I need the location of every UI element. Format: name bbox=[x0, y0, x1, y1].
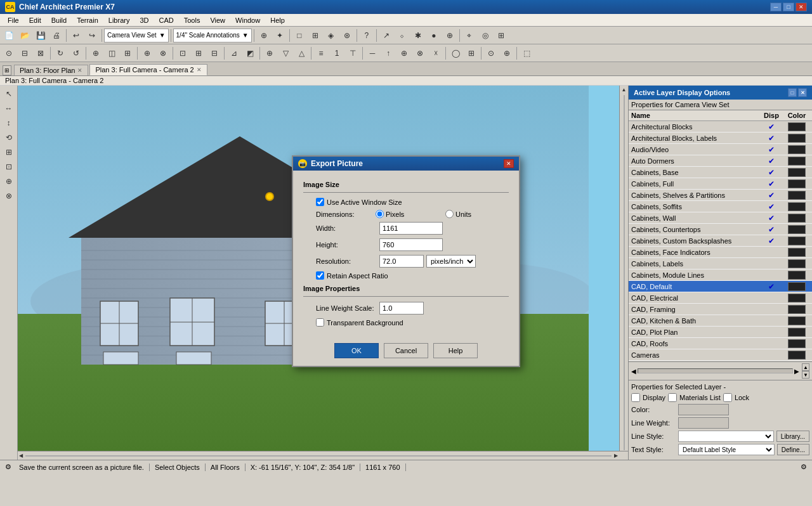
canvas-scrollbar-right[interactable]: ▲ ▼ bbox=[619, 86, 628, 460]
layer-row[interactable]: CAD, Electrical bbox=[629, 292, 812, 304]
t2-btn-2[interactable]: ⊟ bbox=[17, 46, 32, 61]
t2-btn-9[interactable]: ⊕ bbox=[140, 46, 155, 61]
layer-row[interactable]: Cabinets, Custom Backsplashes ✔ bbox=[629, 235, 812, 247]
panel-icon[interactable]: ⊞ bbox=[3, 65, 11, 75]
use-active-window-checkbox[interactable] bbox=[316, 198, 324, 206]
gear-icon-left[interactable]: ⚙ bbox=[5, 463, 11, 471]
scroll-track-horizontal[interactable] bbox=[25, 455, 612, 457]
maximize-button[interactable]: □ bbox=[783, 3, 794, 11]
t2-btn-26[interactable]: ☓ bbox=[428, 46, 443, 61]
layer-scroll-right[interactable]: ▶ bbox=[794, 368, 799, 375]
transparent-bg-checkbox[interactable] bbox=[316, 318, 324, 327]
tb-btn-2[interactable]: ✦ bbox=[272, 28, 287, 43]
t2-btn-14[interactable]: ⊿ bbox=[226, 46, 242, 61]
tb-btn-10[interactable]: ✱ bbox=[410, 28, 426, 43]
menu-help[interactable]: Help bbox=[265, 15, 290, 25]
help-button[interactable]: Help bbox=[433, 343, 478, 358]
tb-btn-7[interactable]: ? bbox=[359, 28, 374, 43]
layer-row[interactable]: Cabinets, Labels bbox=[629, 258, 812, 269]
line-style-select[interactable] bbox=[678, 431, 774, 442]
resolution-input[interactable] bbox=[379, 255, 424, 268]
t2-btn-5[interactable]: ↺ bbox=[69, 46, 84, 61]
resolution-unit-select[interactable]: pixels/inch bbox=[426, 255, 476, 268]
save-btn[interactable]: 💾 bbox=[33, 28, 48, 43]
tab-floor-plan[interactable]: Plan 3: Floor Plan ✕ bbox=[14, 65, 88, 75]
layer-row[interactable]: Cabinets, Face Indicators bbox=[629, 247, 812, 258]
layer-row[interactable]: Architectural Blocks ✔ bbox=[629, 121, 812, 133]
ok-button[interactable]: OK bbox=[334, 343, 379, 358]
color-swatch[interactable] bbox=[678, 404, 729, 415]
scroll-left-arrow[interactable]: ◀ bbox=[18, 451, 24, 460]
layer-row[interactable]: Auto Dormers ✔ bbox=[629, 155, 812, 167]
tab-floor-plan-close[interactable]: ✕ bbox=[77, 67, 82, 74]
close-button[interactable]: ✕ bbox=[796, 3, 807, 11]
menu-build[interactable]: Build bbox=[46, 15, 72, 25]
pixels-radio-label[interactable]: Pixels bbox=[376, 210, 439, 218]
tb-btn-12[interactable]: ⊕ bbox=[442, 28, 457, 43]
layer-row[interactable]: Cabinets, Shelves & Partitions ✔ bbox=[629, 190, 812, 201]
t2-btn-31[interactable]: ⬚ bbox=[519, 46, 534, 61]
scroll-up-arrow[interactable]: ▲ bbox=[620, 86, 628, 94]
left-btn-7[interactable]: ⊗ bbox=[2, 189, 16, 203]
tb-btn-3[interactable]: □ bbox=[292, 28, 307, 43]
layer-row[interactable]: Cabinets, Soffits ✔ bbox=[629, 201, 812, 212]
t2-btn-13[interactable]: ⊟ bbox=[207, 46, 222, 61]
units-radio-label[interactable]: Units bbox=[445, 210, 509, 218]
t2-btn-18[interactable]: △ bbox=[294, 46, 309, 61]
panel-scroll-bottom[interactable]: ▼ bbox=[802, 371, 809, 379]
t2-btn-7[interactable]: ◫ bbox=[104, 46, 119, 61]
tb-btn-11[interactable]: ● bbox=[426, 28, 442, 43]
tb-btn-15[interactable]: ⊞ bbox=[494, 28, 509, 43]
scroll-right-arrow[interactable]: ▶ bbox=[613, 451, 619, 460]
layer-row[interactable]: Cabinets, Base ✔ bbox=[629, 167, 812, 178]
layer-row[interactable]: CAD, Framing bbox=[629, 304, 812, 315]
line-weight-scale-input[interactable] bbox=[379, 302, 424, 315]
layer-row[interactable]: Cabinets, Wall ✔ bbox=[629, 212, 812, 224]
retain-aspect-checkbox[interactable] bbox=[316, 271, 324, 280]
left-btn-2[interactable]: ↕ bbox=[2, 116, 16, 130]
units-radio[interactable] bbox=[445, 210, 454, 218]
line-weight-input[interactable] bbox=[678, 417, 729, 429]
print-btn[interactable]: 🖨 bbox=[49, 28, 64, 43]
library-button[interactable]: Library... bbox=[776, 431, 809, 442]
tb-btn-5[interactable]: ◈ bbox=[324, 28, 339, 43]
panel-close-btn[interactable]: ✕ bbox=[798, 88, 807, 97]
menu-cad[interactable]: CAD bbox=[154, 15, 178, 25]
layer-row[interactable]: Audio/Video ✔ bbox=[629, 144, 812, 155]
scale-annotations-dropdown[interactable]: 1/4" Scale Annotations ▼ bbox=[173, 29, 252, 42]
t2-btn-21[interactable]: ⊤ bbox=[345, 46, 360, 61]
left-btn-3[interactable]: ⟲ bbox=[2, 131, 16, 145]
display-checkbox[interactable] bbox=[631, 393, 640, 402]
t2-btn-28[interactable]: ⊞ bbox=[464, 46, 479, 61]
tb-btn-8[interactable]: ↗ bbox=[379, 28, 394, 43]
t2-btn-29[interactable]: ⊙ bbox=[483, 46, 499, 61]
cancel-button[interactable]: Cancel bbox=[384, 343, 428, 358]
dialog-close-button[interactable]: ✕ bbox=[504, 159, 514, 168]
scroll-track-vertical[interactable] bbox=[624, 95, 625, 450]
t2-btn-12[interactable]: ⊞ bbox=[191, 46, 206, 61]
menu-tools[interactable]: Tools bbox=[179, 15, 206, 25]
t2-btn-25[interactable]: ⊗ bbox=[412, 46, 428, 61]
layer-row[interactable]: Architectural Blocks, Labels ✔ bbox=[629, 133, 812, 144]
text-style-select[interactable]: Default Label Style bbox=[678, 444, 775, 455]
left-select[interactable]: ↖ bbox=[2, 87, 16, 101]
t2-btn-30[interactable]: ⊕ bbox=[499, 46, 514, 61]
menu-3d[interactable]: 3D bbox=[134, 15, 154, 25]
tab-camera-close[interactable]: ✕ bbox=[197, 67, 202, 73]
t2-btn-24[interactable]: ⊕ bbox=[396, 46, 412, 61]
layer-row[interactable]: CAD, Plot Plan bbox=[629, 327, 812, 338]
left-btn-1[interactable]: ↔ bbox=[2, 101, 16, 115]
layer-row[interactable]: CAD, Default ✔ bbox=[629, 281, 812, 292]
t2-btn-19[interactable]: ≡ bbox=[313, 46, 329, 61]
panel-float-btn[interactable]: □ bbox=[788, 88, 797, 97]
menu-library[interactable]: Library bbox=[103, 15, 135, 25]
t2-btn-4[interactable]: ↻ bbox=[53, 46, 68, 61]
menu-terrain[interactable]: Terrain bbox=[72, 15, 103, 25]
tb-btn-14[interactable]: ◎ bbox=[478, 28, 493, 43]
layer-row[interactable]: Cabinets, Module Lines bbox=[629, 269, 812, 281]
t2-btn-11[interactable]: ⊡ bbox=[175, 46, 190, 61]
menu-view[interactable]: View bbox=[205, 15, 230, 25]
pixels-radio[interactable] bbox=[376, 210, 384, 218]
left-btn-6[interactable]: ⊕ bbox=[2, 174, 16, 188]
t2-btn-15[interactable]: ◩ bbox=[242, 46, 258, 61]
